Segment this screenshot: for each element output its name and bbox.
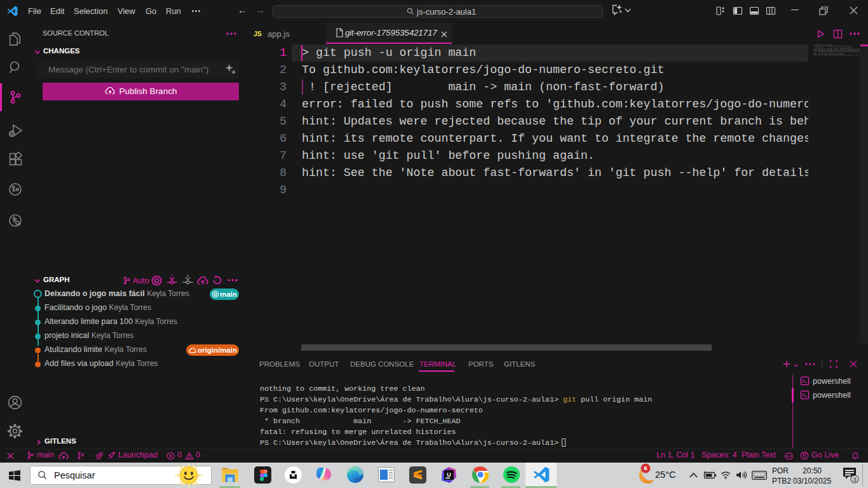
svg-text:6: 6	[644, 464, 647, 471]
svg-text:3: 3	[853, 476, 856, 483]
svg-text:U: U	[447, 471, 451, 478]
